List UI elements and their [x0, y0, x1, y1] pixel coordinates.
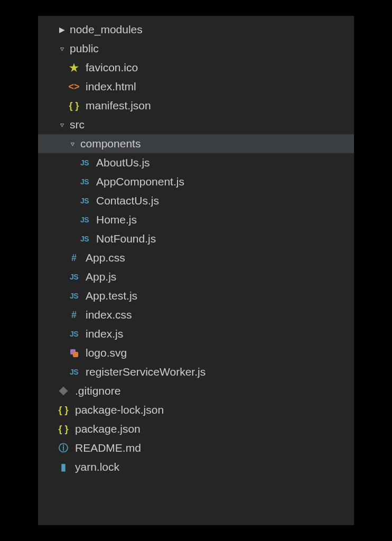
json-icon: { }: [68, 96, 80, 115]
folder-components[interactable]: ▿ components: [38, 134, 354, 153]
js-icon: JS: [78, 229, 91, 248]
file-not-found[interactable]: JS NotFound.js: [38, 229, 354, 248]
chevron-expanded-icon: ▿: [57, 39, 67, 58]
file-app-css[interactable]: # App.css: [38, 248, 354, 267]
file-manifest-json[interactable]: { } manifest.json: [38, 96, 354, 115]
js-icon: JS: [78, 153, 91, 172]
js-icon: JS: [68, 286, 80, 305]
file-readme[interactable]: ⓘ README.md: [38, 439, 354, 458]
file-label: ContactUs.js: [96, 191, 159, 210]
file-logo-svg[interactable]: logo.svg: [38, 343, 354, 362]
file-label: index.js: [86, 324, 123, 343]
js-icon: JS: [68, 324, 80, 343]
file-app-js[interactable]: JS App.js: [38, 267, 354, 286]
json-icon: { }: [57, 400, 70, 419]
folder-label: public: [70, 39, 99, 58]
file-package-json[interactable]: { } package.json: [38, 419, 354, 439]
file-register-service-worker[interactable]: JS registerServiceWorker.js: [38, 362, 354, 381]
file-label: Home.js: [96, 210, 137, 229]
folder-label: components: [80, 134, 141, 153]
css-icon: #: [68, 248, 80, 267]
yarn-icon: ▮: [57, 458, 70, 477]
file-label: README.md: [75, 439, 141, 458]
file-gitignore[interactable]: .gitignore: [38, 381, 354, 400]
file-index-html[interactable]: <> index.html: [38, 77, 354, 96]
file-label: App.js: [86, 267, 116, 286]
file-index-js[interactable]: JS index.js: [38, 324, 354, 343]
file-label: registerServiceWorker.js: [86, 362, 206, 381]
file-label: manifest.json: [86, 96, 151, 115]
html-icon: <>: [68, 77, 80, 96]
json-icon: { }: [57, 419, 70, 439]
file-yarn-lock[interactable]: ▮ yarn.lock: [38, 458, 354, 477]
js-icon: JS: [78, 172, 91, 191]
js-icon: JS: [68, 267, 80, 286]
file-label: index.css: [86, 305, 132, 324]
git-icon: [57, 388, 70, 394]
folder-label: node_modules: [70, 20, 143, 39]
favicon-icon: ★: [68, 58, 80, 77]
file-label: AppComponent.js: [96, 172, 184, 191]
file-label: NotFound.js: [96, 229, 156, 248]
file-label: .gitignore: [75, 381, 120, 400]
chevron-collapsed-icon: ▶: [57, 20, 67, 39]
js-icon: JS: [78, 191, 91, 210]
file-label: favicon.ico: [86, 58, 138, 77]
folder-node-modules[interactable]: ▶ node_modules: [38, 20, 354, 39]
file-favicon[interactable]: ★ favicon.ico: [38, 58, 354, 77]
js-icon: JS: [68, 362, 80, 381]
svg-icon: [68, 349, 80, 357]
folder-label: src: [70, 115, 85, 134]
folder-src[interactable]: ▿ src: [38, 115, 354, 134]
file-label: App.css: [86, 248, 125, 267]
info-icon: ⓘ: [57, 439, 70, 458]
js-icon: JS: [78, 210, 91, 229]
chevron-expanded-icon: ▿: [57, 115, 67, 134]
file-label: index.html: [86, 77, 136, 96]
file-about-us[interactable]: JS AboutUs.js: [38, 153, 354, 172]
file-label: yarn.lock: [75, 458, 119, 477]
file-explorer: ▶ node_modules ▿ public ★ favicon.ico <>…: [38, 16, 354, 525]
file-package-lock[interactable]: { } package-lock.json: [38, 400, 354, 419]
chevron-expanded-icon: ▿: [68, 134, 77, 153]
file-label: package.json: [75, 419, 141, 439]
file-app-component[interactable]: JS AppComponent.js: [38, 172, 354, 191]
css-icon: #: [68, 305, 80, 324]
file-app-test[interactable]: JS App.test.js: [38, 286, 354, 305]
file-home[interactable]: JS Home.js: [38, 210, 354, 229]
folder-public[interactable]: ▿ public: [38, 39, 354, 58]
file-index-css[interactable]: # index.css: [38, 305, 354, 324]
file-label: logo.svg: [86, 343, 127, 362]
file-label: package-lock.json: [75, 400, 164, 419]
file-label: AboutUs.js: [96, 153, 150, 172]
file-label: App.test.js: [86, 286, 137, 305]
file-contact-us[interactable]: JS ContactUs.js: [38, 191, 354, 210]
